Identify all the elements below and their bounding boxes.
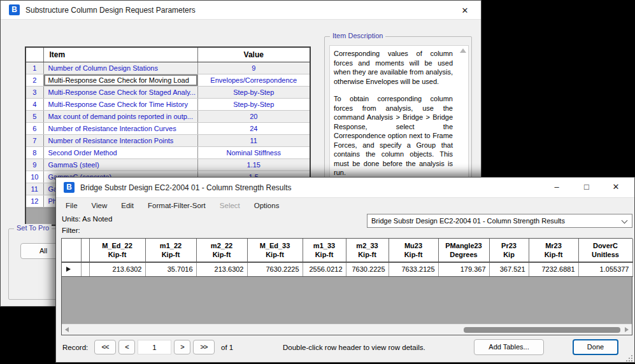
cell-pmangle23[interactable]: 179.367 [438, 262, 489, 276]
param-row-8: 8Second Order MethodNominal Stiffness [26, 146, 310, 158]
table-row[interactable]: 213.630235.7016213.63027630.22252556.021… [62, 262, 632, 276]
col-header-m2-33[interactable]: m2_33Kip-ft [346, 239, 389, 262]
spacer-column-header [81, 239, 89, 262]
item-column-header: Item [43, 48, 197, 62]
col-header-m-ed-22[interactable]: M_Ed_22Kip-ft [89, 239, 145, 262]
param-row-6: 6Number of Resistance Interaction Curves… [26, 122, 310, 134]
last-record-button[interactable]: >> [193, 340, 215, 354]
window-title: Bridge Substr Design EC2-2004 01 - Colum… [80, 183, 292, 192]
param-row-3: 3Multi-Response Case Check for Staged An… [26, 86, 310, 98]
scroll-left-icon[interactable] [65, 327, 69, 332]
cell-m1-22[interactable]: 35.7016 [145, 262, 196, 276]
param-row-1: 1Number of Column Design Stations9 [26, 62, 310, 74]
item-description-label: Item Description [330, 32, 385, 39]
param-row-number: 12 [26, 195, 43, 207]
menu-item-format-filter-sort[interactable]: Format-Filter-Sort [141, 199, 213, 212]
cell-m-ed-22[interactable]: 213.6302 [89, 262, 145, 276]
record-number-input[interactable] [138, 340, 171, 354]
param-value[interactable]: 24 [197, 122, 310, 134]
scroll-up-icon[interactable] [460, 48, 466, 53]
param-row-number: 11 [26, 183, 43, 195]
description-paragraph: Corresponding values of column forces an… [334, 49, 453, 86]
menu-item-select: Select [213, 199, 247, 212]
cell-mr23[interactable]: 7232.6881 [529, 262, 578, 276]
col-header-pr23[interactable]: Pr23Kip [489, 239, 529, 262]
record-label: Record: [62, 344, 88, 351]
cell-m1-33[interactable]: 2556.0212 [303, 262, 346, 276]
add-tables-button[interactable]: Add Tables... [474, 339, 544, 355]
param-value[interactable]: Step-by-Step [197, 98, 310, 110]
set-to-label: Set To Pro [14, 224, 52, 232]
scrollbar-thumb[interactable] [464, 327, 620, 333]
col-header-mu23[interactable]: Mu23Kip-ft [389, 239, 438, 262]
titlebar[interactable]: B Substructure Column Design Request Par… [1, 1, 481, 20]
row-selector-cell[interactable] [62, 262, 81, 276]
cell-m2-22[interactable]: 213.6302 [196, 262, 247, 276]
menu-item-options[interactable]: Options [247, 199, 287, 212]
col-header-m-ed-33[interactable]: M_Ed_33Kip-ft [247, 239, 303, 262]
param-value[interactable]: Step-by-Step [197, 86, 310, 98]
row-number-header [26, 48, 43, 62]
next-record-button[interactable]: > [174, 340, 190, 354]
table-selector-dropdown[interactable]: Bridge Substr Design EC2-2004 01 - Colum… [367, 214, 632, 228]
cell-mu23[interactable]: 7633.2125 [389, 262, 438, 276]
spacer-cell [81, 262, 89, 276]
param-row-9: 9GammaS (steel)1.15 [26, 158, 310, 171]
col-header-pmangle23[interactable]: PMangle23Degrees [438, 239, 489, 262]
param-value[interactable]: 1.15 [197, 158, 310, 171]
param-row-number: 4 [26, 98, 43, 110]
app-logo-icon: B [9, 4, 20, 15]
value-column-header: Value [197, 48, 310, 62]
param-value[interactable]: 20 [197, 110, 310, 122]
param-item-label[interactable]: Number of Resistance Interaction Points [43, 134, 197, 146]
param-value[interactable]: 11 [197, 134, 310, 146]
param-item-label[interactable]: GammaS (steel) [43, 158, 197, 171]
units-line: Units: As Noted [62, 215, 112, 223]
param-row-number: 2 [26, 74, 43, 86]
scroll-right-icon[interactable] [625, 327, 629, 332]
window-column-strength-results: B Bridge Substr Design EC2-2004 01 - Col… [55, 177, 635, 363]
param-item-label[interactable]: Number of Column Design Stations [43, 62, 197, 74]
param-value[interactable]: Envelopes/Correspondence [197, 74, 310, 86]
menu-item-edit[interactable]: Edit [114, 199, 141, 212]
cell-pr23[interactable]: 367.521 [489, 262, 529, 276]
param-item-label[interactable]: Multi-Response Case Check for Staged Ana… [43, 86, 197, 98]
first-record-button[interactable]: << [94, 340, 116, 354]
col-header-doverc[interactable]: DoverCUnitless [578, 239, 632, 262]
col-header-m2-22[interactable]: m2_22Kip-ft [196, 239, 247, 262]
col-header-m1-33[interactable]: m1_33Kip-ft [303, 239, 346, 262]
minimize-icon[interactable]: – [546, 178, 567, 196]
cell-m-ed-33[interactable]: 7630.2225 [247, 262, 303, 276]
cell-m2-33[interactable]: 7630.2225 [346, 262, 389, 276]
row-selector-header [62, 239, 81, 262]
param-item-label[interactable]: Multi-Response Case Check for Moving Loa… [43, 74, 197, 86]
maximize-icon[interactable]: □ [576, 178, 597, 196]
grid-empty-area [62, 277, 632, 325]
close-icon[interactable]: ✕ [605, 178, 627, 196]
param-value[interactable]: Nominal Stiffness [197, 146, 310, 158]
chevron-down-icon [622, 218, 628, 224]
param-item-label[interactable]: Multi-Response Case Check for Time Histo… [43, 98, 197, 110]
previous-record-button[interactable]: < [118, 340, 135, 354]
param-row-number: 5 [26, 110, 43, 122]
menu-item-view[interactable]: View [85, 199, 115, 212]
units-value: As Noted [82, 215, 112, 223]
param-item-label[interactable]: Second Order Method [43, 146, 197, 158]
col-header-m1-22[interactable]: m1_22Kip-ft [145, 239, 196, 262]
horizontal-scrollbar[interactable] [62, 324, 632, 335]
cell-doverc[interactable]: 1.055377 [578, 262, 632, 276]
results-grid: M_Ed_22Kip-ftm1_22Kip-ftm2_22Kip-ftM_Ed_… [61, 238, 632, 335]
col-header-mr23[interactable]: Mr23Kip-ft [529, 239, 578, 262]
titlebar[interactable]: B Bridge Substr Design EC2-2004 01 - Col… [56, 178, 634, 198]
param-row-number: 3 [26, 86, 43, 98]
done-button[interactable]: Done [573, 339, 618, 355]
param-item-label[interactable]: Max count of demand points reported in o… [43, 110, 197, 122]
record-bar: Record: << < > >> of 1 Double-click row … [56, 338, 634, 363]
param-item-label[interactable]: Number of Resistance Interaction Curves [43, 122, 197, 134]
close-icon[interactable]: ✕ [454, 1, 476, 20]
resize-grip[interactable] [626, 355, 632, 361]
param-row-number: 7 [26, 134, 43, 146]
menu-item-file[interactable]: File [59, 199, 85, 212]
param-value[interactable]: 9 [197, 62, 310, 74]
param-row-5: 5Max count of demand points reported in … [26, 110, 310, 122]
